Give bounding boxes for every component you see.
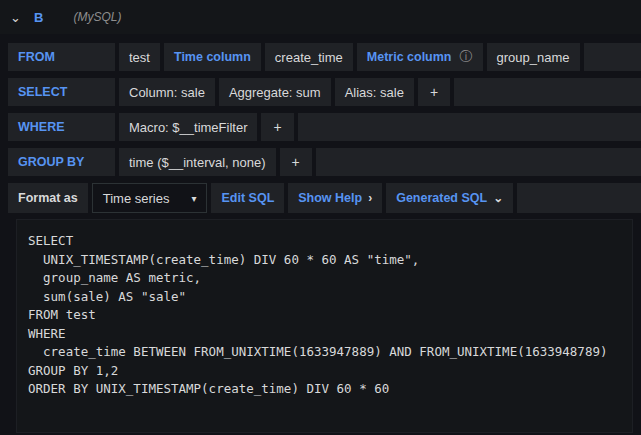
info-icon[interactable]: ⓘ bbox=[460, 48, 473, 66]
format-select-value: Time series bbox=[103, 191, 170, 206]
table-segment[interactable]: test bbox=[119, 43, 160, 71]
time-column-label: Time column bbox=[164, 43, 261, 71]
generated-sql-button[interactable]: Generated SQL ⌄ bbox=[386, 183, 513, 213]
row-filler bbox=[316, 148, 641, 176]
time-column-value[interactable]: create_time bbox=[265, 43, 353, 71]
add-select-button[interactable]: + bbox=[418, 78, 450, 106]
chevron-down-icon: ▾ bbox=[191, 193, 196, 204]
metric-column-value[interactable]: group_name bbox=[487, 43, 580, 71]
sql-preview-text: SELECT UNIX_TIMESTAMP(create_time) DIV 6… bbox=[28, 232, 621, 399]
collapse-chevron-icon[interactable]: ⌄ bbox=[10, 10, 26, 25]
groupby-label: GROUP BY bbox=[8, 148, 115, 176]
select-row: SELECT Column: sale Aggregate: sum Alias… bbox=[8, 78, 641, 106]
select-alias-segment[interactable]: Alias: sale bbox=[335, 78, 414, 106]
where-row: WHERE Macro: $__timeFilter + bbox=[8, 113, 641, 141]
query-ref-id: B bbox=[34, 10, 43, 25]
format-select[interactable]: Time series ▾ bbox=[92, 183, 208, 213]
format-as-label: Format as bbox=[8, 183, 88, 213]
generated-sql-label: Generated SQL bbox=[396, 191, 487, 205]
query-header: ⌄ B (MySQL) bbox=[0, 0, 641, 34]
select-label: SELECT bbox=[8, 78, 115, 106]
select-column-segment[interactable]: Column: sale bbox=[119, 78, 215, 106]
row-filler bbox=[584, 43, 641, 71]
select-aggregate-segment[interactable]: Aggregate: sum bbox=[219, 78, 331, 106]
chevron-right-icon: › bbox=[368, 191, 372, 205]
datasource-name: (MySQL) bbox=[73, 10, 121, 24]
metric-column-label-text: Metric column bbox=[367, 50, 452, 64]
metric-column-label: Metric column ⓘ bbox=[357, 43, 483, 71]
groupby-time-segment[interactable]: time ($__interval, none) bbox=[119, 148, 276, 176]
format-row: Format as Time series ▾ Edit SQL Show He… bbox=[8, 183, 641, 213]
sql-preview-panel: SELECT UNIX_TIMESTAMP(create_time) DIV 6… bbox=[16, 219, 633, 433]
query-editor-rows: FROM test Time column create_time Metric… bbox=[0, 34, 641, 433]
row-filler bbox=[454, 78, 641, 106]
add-where-button[interactable]: + bbox=[261, 113, 293, 141]
row-filler bbox=[517, 183, 641, 213]
where-macro-segment[interactable]: Macro: $__timeFilter bbox=[119, 113, 257, 141]
row-filler bbox=[298, 113, 641, 141]
where-label: WHERE bbox=[8, 113, 115, 141]
edit-sql-button[interactable]: Edit SQL bbox=[211, 183, 284, 213]
add-groupby-button[interactable]: + bbox=[280, 148, 312, 176]
show-help-button[interactable]: Show Help › bbox=[288, 183, 382, 213]
show-help-label: Show Help bbox=[298, 191, 362, 205]
groupby-row: GROUP BY time ($__interval, none) + bbox=[8, 148, 641, 176]
from-label: FROM bbox=[8, 43, 115, 71]
from-row: FROM test Time column create_time Metric… bbox=[8, 43, 641, 71]
chevron-down-icon: ⌄ bbox=[493, 191, 503, 205]
